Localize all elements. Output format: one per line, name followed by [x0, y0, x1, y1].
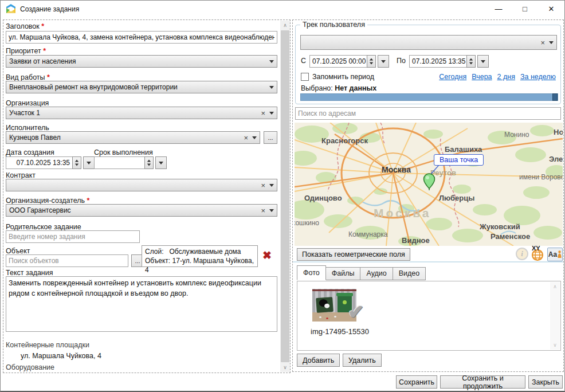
link-week[interactable]: За неделю	[520, 73, 556, 81]
object-search-input[interactable]	[6, 254, 128, 267]
scroll-up-icon[interactable]: ∧	[280, 21, 290, 30]
to-date-calendar-icon[interactable]	[477, 55, 489, 68]
user-track-group: Трек пользователя × С 07.10.2025 00:00 П…	[295, 25, 561, 104]
chevron-down-icon[interactable]	[269, 184, 274, 187]
map-label: Жуковский	[480, 222, 520, 231]
creation-date-spinner[interactable]	[72, 156, 81, 169]
from-date-calendar-icon[interactable]	[378, 55, 389, 68]
selected-object-box: Слой: Обслуживаемые дома Объект: 17-ул. …	[142, 245, 258, 267]
scrollbar-thumb[interactable]	[281, 30, 289, 362]
from-date-input[interactable]: 07.10.2025 00:00	[309, 55, 367, 68]
to-date-input[interactable]: 07.10.2025 13:35	[409, 55, 467, 68]
tab-video[interactable]: Видео	[393, 267, 426, 280]
deadline-input[interactable]	[94, 156, 145, 169]
app-icon	[6, 4, 16, 14]
required-marker: *	[41, 22, 44, 30]
map-label: Коммунарка	[348, 230, 387, 238]
create-task-window: Создание задания — □ ✕ Заголовок * Приор…	[0, 0, 565, 392]
map-label: Красногорск	[321, 136, 368, 145]
creation-date-input[interactable]: 07.10.2025 13:35	[6, 156, 73, 169]
task-text-area[interactable]: Заменить поврежденный контейнер и устано…	[6, 276, 277, 332]
map-label: Видное	[402, 236, 430, 245]
title-input[interactable]	[6, 31, 277, 44]
chevron-down-icon[interactable]	[269, 209, 274, 212]
clear-icon[interactable]: ×	[540, 39, 545, 46]
delete-photo-button[interactable]: Удалить	[343, 354, 382, 367]
priority-select[interactable]: Заявки от населения	[6, 55, 277, 68]
selected-track-label: Выбрано: Нет данных	[301, 84, 376, 92]
from-date-spinner[interactable]	[367, 55, 376, 68]
deadline-spinner[interactable]	[144, 156, 154, 169]
chevron-down-icon[interactable]	[549, 41, 554, 44]
map-panel: Трек пользователя × С 07.10.2025 00:00 П…	[292, 19, 564, 372]
remove-object-icon[interactable]: ✖	[262, 249, 272, 262]
tab-audio[interactable]: Аудио	[360, 267, 393, 280]
minimize-icon[interactable]: —	[485, 1, 512, 18]
parent-task-label: Родительское задание	[6, 223, 81, 231]
scroll-down-icon[interactable]: ∨	[280, 363, 290, 372]
link-today[interactable]: Сегодня	[439, 73, 466, 81]
add-photo-button[interactable]: Добавить	[297, 354, 340, 367]
separator-line	[293, 261, 563, 262]
tab-photo[interactable]: Фото	[297, 265, 326, 280]
organization-label: Организация	[6, 99, 49, 107]
labels-toggle-button[interactable]: Aa	[547, 248, 563, 261]
map-label: кошкино	[295, 219, 319, 227]
work-type-select[interactable]: Внеплановый ремонт на внутридомовой терр…	[6, 81, 277, 93]
object-name-label: Объект:	[145, 257, 170, 265]
clear-icon[interactable]: ×	[244, 134, 248, 142]
save-and-continue-button[interactable]: Сохранить и продолжить	[440, 375, 525, 389]
executor-browse-button[interactable]: ...	[264, 131, 277, 144]
map-label: Раменское	[491, 232, 530, 241]
creation-date-label: Дата создания	[6, 148, 54, 156]
clear-icon[interactable]: ×	[261, 109, 265, 117]
contract-select[interactable]: ×	[6, 179, 277, 191]
tab-files[interactable]: Файлы	[325, 267, 361, 280]
form-scrollbar[interactable]: ∧ ∨	[280, 21, 290, 372]
organization-select[interactable]: Участок 1 ×	[6, 107, 277, 119]
scroll-up-icon[interactable]: ∧	[550, 282, 560, 291]
slider-handle[interactable]	[552, 93, 558, 101]
clear-icon[interactable]: ×	[261, 182, 265, 189]
creator-org-select[interactable]: ООО Гарантсервис ×	[6, 204, 277, 217]
maximize-icon[interactable]: □	[512, 1, 538, 18]
photo-selected-check-icon: ✔	[348, 300, 364, 323]
track-time-slider[interactable]	[300, 93, 558, 101]
executor-select[interactable]: Кузнецов Павел ×	[6, 131, 260, 144]
xy-globe-icon[interactable]: XY	[530, 247, 545, 262]
chevron-down-icon[interactable]	[252, 136, 257, 139]
photo-scrollbar[interactable]: ∧ ∨	[550, 282, 560, 350]
info-icon[interactable]: i	[516, 248, 528, 260]
link-yesterday[interactable]: Вчера	[472, 73, 492, 81]
creator-org-label: Организация-создатель *	[6, 197, 89, 205]
container-sites-label: Контейнерные площадки	[6, 341, 89, 349]
remember-period-checkbox[interactable]	[301, 73, 309, 81]
clear-icon[interactable]: ×	[261, 207, 265, 214]
chevron-down-icon[interactable]	[269, 112, 274, 115]
to-date-spinner[interactable]	[466, 55, 476, 68]
scroll-down-icon[interactable]: ∨	[550, 340, 560, 350]
chevron-down-icon[interactable]	[269, 86, 274, 89]
show-geometry-button[interactable]: Показать геометрические поля	[297, 248, 410, 261]
titlebar: Создание задания — □ ✕	[1, 1, 564, 18]
close-icon[interactable]: ✕	[538, 1, 564, 18]
map-label: Москва	[382, 165, 411, 174]
chevron-down-icon[interactable]	[269, 60, 274, 63]
save-button[interactable]: Сохранить	[396, 375, 437, 389]
creation-date-calendar-icon[interactable]	[83, 156, 95, 169]
deadline-label: Срок выполнения	[94, 148, 153, 156]
close-button[interactable]: Закрыть	[528, 375, 563, 389]
selected-track-value: Нет данных	[335, 84, 376, 92]
link-two-days[interactable]: 2 дня	[497, 73, 515, 81]
person-icon	[558, 250, 562, 258]
deadline-calendar-icon[interactable]	[155, 156, 167, 169]
map-label: Но	[554, 128, 563, 136]
map-canvas[interactable]: Красногорск Монино Но Балашиха Элек Моск…	[295, 123, 563, 246]
photo-name: img-17495-15530	[305, 327, 374, 336]
equipment-label: Оборудование	[6, 363, 54, 371]
map-pin-icon[interactable]	[423, 173, 435, 190]
map-label: Элек	[549, 155, 563, 163]
track-user-select[interactable]: ×	[300, 35, 557, 50]
parent-task-input[interactable]	[6, 230, 140, 243]
address-search-input[interactable]	[295, 107, 561, 120]
